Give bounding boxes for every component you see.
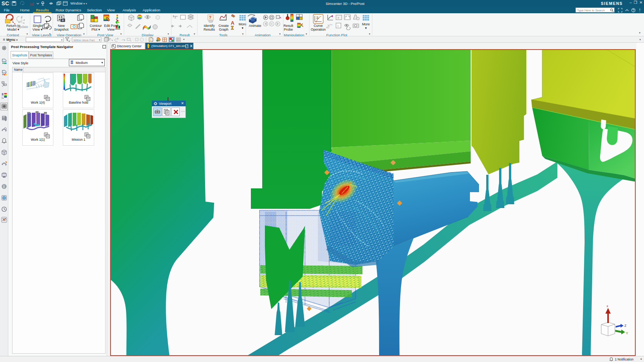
svg-text:Y: Y: [626, 331, 628, 335]
svg-text:x: x: [338, 16, 339, 19]
svg-text:x: x: [607, 304, 608, 308]
svg-text:?: ?: [209, 15, 212, 20]
svg-text:Im: Im: [330, 23, 333, 26]
svg-text:i: i: [3, 185, 5, 189]
svg-text:1: 1: [337, 24, 339, 28]
svg-text:x̄: x̄: [174, 16, 176, 19]
svg-text:Z: Z: [624, 324, 627, 328]
